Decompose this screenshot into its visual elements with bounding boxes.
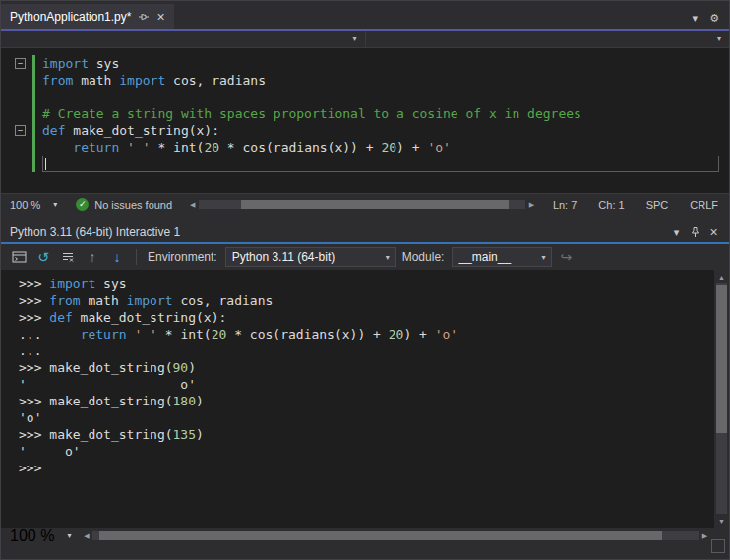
interactive-line[interactable]: >>> def make_dot_string(x): <box>19 309 714 326</box>
scroll-right-icon[interactable]: ▶ <box>525 198 538 212</box>
editor-line[interactable]: # Create a string with spaces proportion… <box>15 105 729 122</box>
code-token: return <box>81 327 127 342</box>
clear-all-icon[interactable] <box>57 246 79 268</box>
code-token: * cos(radians(x)) + <box>226 327 388 342</box>
code-token: >>> <box>19 394 49 408</box>
interactive-line[interactable]: >>> import sys <box>19 276 714 292</box>
fold-margin: − <box>15 55 32 72</box>
interactive-line[interactable]: >>> make_dot_string(135) <box>19 426 714 443</box>
interactive-line[interactable]: ' o' <box>19 376 714 393</box>
editor-line[interactable] <box>15 156 729 172</box>
scrollbar-track[interactable] <box>716 283 727 514</box>
pane-separator <box>1 215 729 222</box>
visual-studio-window: PythonApplication1.py* × ▾ ⚙ ▾ ▾ −import… <box>0 0 730 560</box>
chevron-down-icon: ▾ <box>378 253 390 262</box>
close-icon[interactable]: × <box>156 10 164 24</box>
editor-line[interactable]: −import sys <box>15 55 729 72</box>
scrollbar-thumb[interactable] <box>716 285 727 433</box>
code-token: >>> <box>19 277 49 291</box>
zoom-select[interactable]: 100 % ▾ <box>1 199 66 211</box>
code-token: 'o' <box>19 410 41 425</box>
interactive-line[interactable]: ... return ' ' * int(20 * cos(radians(x)… <box>19 326 714 342</box>
fold-margin <box>15 105 32 122</box>
reset-icon[interactable]: ↺ <box>32 246 54 268</box>
change-tracking-bar <box>32 139 35 156</box>
code-token: 135 <box>173 427 196 442</box>
code-token: make_dot_string( <box>49 394 172 408</box>
fold-collapse-icon[interactable]: − <box>15 58 26 69</box>
code-token: import <box>49 277 95 291</box>
code-text: return ' ' * int(20 * cos(radians(x)) + … <box>42 139 719 156</box>
text-caret <box>45 158 46 170</box>
code-token: return <box>73 140 119 155</box>
scroll-left-icon[interactable]: ◀ <box>80 529 92 543</box>
close-icon[interactable]: × <box>704 224 723 240</box>
scrollbar-track[interactable] <box>199 200 525 209</box>
interactive-vertical-scrollbar[interactable]: ▲ ▼ <box>714 270 729 528</box>
scrollbar-track[interactable] <box>92 531 699 540</box>
toolbar-separator <box>136 249 137 265</box>
editor-horizontal-scrollbar[interactable]: ◀ ▶ <box>186 198 538 212</box>
editor-line[interactable]: from math import cos, radians <box>15 72 729 89</box>
pin-icon[interactable] <box>686 226 704 238</box>
code-editor[interactable]: −import sysfrom math import cos, radians… <box>1 48 729 193</box>
fold-margin <box>15 156 32 172</box>
code-token <box>42 140 73 155</box>
zoom-select[interactable]: 100 % ▾ <box>1 528 80 545</box>
code-token: >>> <box>19 310 49 325</box>
console-window-icon[interactable] <box>8 246 30 268</box>
code-token: 20 <box>389 327 404 342</box>
code-text: # Create a string with spaces proportion… <box>42 105 719 122</box>
scroll-left-icon[interactable]: ◀ <box>186 198 199 212</box>
scrollbar-thumb[interactable] <box>241 200 509 209</box>
interactive-line[interactable]: >>> make_dot_string(180) <box>19 393 714 409</box>
code-token <box>49 327 80 342</box>
interactive-lines[interactable]: >>> import sys>>> from math import cos, … <box>1 270 714 528</box>
interactive-window-header[interactable]: Python 3.11 (64-bit) Interactive 1 ▾ × <box>1 222 729 242</box>
code-token: # Create a string with spaces proportion… <box>42 106 581 121</box>
code-token: 'o' <box>427 140 450 155</box>
members-dropdown[interactable]: ▾ <box>366 31 730 47</box>
interactive-line[interactable]: >>> <box>19 460 714 476</box>
redo-icon[interactable]: ↪ <box>555 246 577 268</box>
interactive-line[interactable]: 'o' <box>19 409 714 426</box>
fold-collapse-icon[interactable]: − <box>15 125 26 136</box>
scroll-right-icon[interactable]: ▶ <box>699 529 711 543</box>
interactive-line[interactable]: >>> make_dot_string(90) <box>19 359 714 376</box>
interactive-line[interactable]: >>> from math import cos, radians <box>19 292 714 309</box>
scrollbar-corner <box>711 539 725 553</box>
change-tracking-bar <box>32 156 35 172</box>
interactive-horizontal-scrollbar[interactable]: ◀ ▶ <box>80 529 711 543</box>
editor-line[interactable]: return ' ' * int(20 * cos(radians(x)) + … <box>15 139 729 156</box>
code-token: * int( <box>151 140 205 155</box>
module-label: Module: <box>402 250 445 264</box>
document-health-indicator[interactable]: ✓ No issues found <box>66 198 182 211</box>
scrollbar-thumb[interactable] <box>99 531 663 540</box>
scroll-up-icon[interactable]: ▲ <box>714 270 729 283</box>
window-position-chevron-icon[interactable]: ▾ <box>667 226 686 239</box>
interactive-line[interactable]: ... <box>19 342 714 359</box>
pin-icon[interactable] <box>138 11 150 23</box>
window-bottom-chrome <box>1 544 729 559</box>
code-token: sys <box>95 277 126 291</box>
editor-status-bar: 100 % ▾ ✓ No issues found ◀ ▶ Ln: 7 Ch: … <box>1 193 729 215</box>
editor-line[interactable]: −def make_dot_string(x): <box>15 122 729 139</box>
scroll-down-icon[interactable]: ▼ <box>714 514 729 528</box>
code-token: 'o' <box>435 327 457 342</box>
history-previous-icon[interactable]: ↑ <box>82 246 103 268</box>
line-ending-indicator[interactable]: CRLF <box>679 199 729 211</box>
spaces-indicator[interactable]: SPC <box>636 199 680 211</box>
interactive-line[interactable]: ' o' <box>19 443 714 460</box>
editor-line[interactable] <box>15 89 729 105</box>
code-token: >>> <box>19 360 49 375</box>
module-dropdown[interactable]: __main__ ▾ <box>452 247 552 267</box>
editor-lines: −import sysfrom math import cos, radians… <box>15 55 729 172</box>
code-token: ) <box>188 360 196 375</box>
types-dropdown[interactable]: ▾ <box>1 31 366 47</box>
gear-icon[interactable]: ⚙ <box>709 12 719 25</box>
document-tab[interactable]: PythonApplication1.py* × <box>1 4 174 29</box>
chevron-down-icon[interactable]: ▾ <box>693 12 699 25</box>
history-next-icon[interactable]: ↓ <box>106 246 128 268</box>
navigation-bar: ▾ ▾ <box>1 31 729 48</box>
environment-dropdown[interactable]: Python 3.11 (64-bit) ▾ <box>225 247 396 267</box>
